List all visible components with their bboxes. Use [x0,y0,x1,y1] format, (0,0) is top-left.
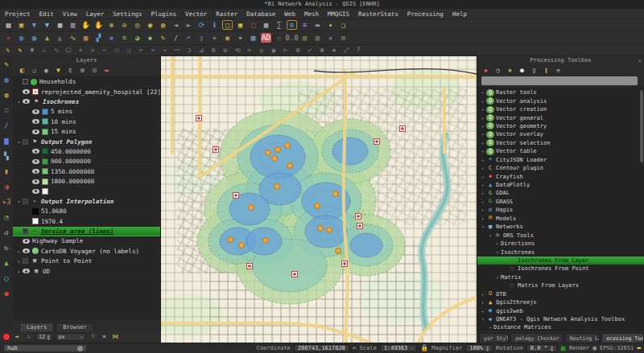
grid-green-1-icon[interactable]: ▩ [299,33,310,43]
expand-all-icon[interactable]: ⊞ [78,67,87,75]
crs-globe-icon[interactable]: ◍ [592,344,597,352]
visibility-eye-icon[interactable] [32,189,39,194]
multiedit-icon[interactable]: ⊞ [293,46,303,55]
expand-arrow-icon[interactable]: ▸ [480,191,486,195]
vertex-tool-icon[interactable]: ⌖ [76,46,85,55]
layer-row[interactable]: 5 mins [13,107,160,117]
visibility-eye-icon[interactable] [32,179,39,184]
processing-scrollbar[interactable] [640,90,643,162]
text-annotation-icon[interactable]: ✦ [325,20,336,30]
options-wrench-icon[interactable]: ⚒ [554,67,563,75]
toolbox-row[interactable]: ▸▲DataPlotly [477,181,644,189]
expand-arrow-icon[interactable]: ▸ [480,107,486,112]
redo-edit-icon[interactable]: ↷ [148,46,158,55]
add-point-icon[interactable]: ∴ [39,46,49,55]
toolbox-row[interactable]: ▸⚙Hqgis [477,206,644,214]
expand-arrow-icon[interactable]: ▸ [480,309,486,314]
zoom-to-layer-icon[interactable]: ◍ [158,20,168,30]
expand-arrow-icon[interactable]: ▾ [480,317,486,322]
layer-row[interactable]: ▾⚑Output Polygon [13,137,160,146]
expand-arrow-icon[interactable]: ▸ [15,258,23,264]
render-checkbox[interactable] [560,346,566,351]
toolbox-row[interactable]: ▸▲Qgis2threejs [477,298,644,306]
python-console-icon[interactable]: ∿ [68,33,78,43]
toggle-editing-icon[interactable]: ✎ [15,46,25,55]
scale-combo[interactable]: 1:49363▾ [380,344,418,352]
edit-features-inplace-icon[interactable]: ▯ [530,67,539,75]
zoom-last-icon[interactable]: ◄ [171,20,181,30]
toolbox-row[interactable]: ▾Isochrones [477,248,644,256]
collapse-all-icon[interactable]: ⊟ [90,67,99,75]
web-globe-icon[interactable]: ◍ [29,33,39,43]
dock-tab[interactable]: pology Checker Pa [510,333,563,343]
map-canvas[interactable] [161,56,477,343]
expand-arrow-icon[interactable]: ▸ [480,124,486,129]
rotation-stepper[interactable]: 0.0 °▲▼ [526,344,557,352]
visibility-eye-icon[interactable] [23,99,30,104]
toolbox-row[interactable]: ▸QVector overlay [477,130,644,138]
checker-tool-icon[interactable]: ▚ [2,151,11,161]
undo-icon[interactable]: ↶ [184,33,194,43]
python-run-icon[interactable]: ● [518,67,526,75]
transform-tool-icon[interactable]: ⊞ [338,33,349,43]
extents-icon[interactable]: ✍ [353,344,357,352]
plugin-builder-icon[interactable]: ▦ [80,33,91,43]
pan-map-icon[interactable]: ✋ [80,20,91,30]
color-wheel-icon[interactable]: ◑ [2,182,11,191]
add-group-icon[interactable]: ❏ [30,67,39,75]
toolbox-row[interactable]: ▸CContour plugin [477,164,644,172]
toolbox-row[interactable]: ▸●qgis2web [477,306,644,314]
open-attribute-table-icon[interactable]: ▦ [261,20,271,30]
georeferencer-icon[interactable]: ◭ [55,33,65,43]
save-project-icon[interactable]: ▼ [29,20,39,30]
quickmapservices-icon[interactable]: ◍ [16,33,27,43]
history-icon[interactable]: ◷ [493,67,502,75]
menu-mmqgis[interactable]: MMQGIS [328,10,349,18]
blank-tool-1-icon[interactable]: ▫ [274,33,284,43]
layers-overview-icon[interactable]: ≋ [119,33,130,43]
expand-arrow-icon[interactable]: ▾ [480,224,486,229]
toolbox-row[interactable]: ▸+CityJSON Loader [477,156,644,164]
layer-row[interactable]: 900.0000000 [13,157,160,166]
panel-tab-layers[interactable]: Layers [19,322,54,331]
world-tool-icon[interactable]: ◍ [2,90,11,100]
zoom-to-selection-icon[interactable]: ◉ [145,20,155,30]
teal-circle-icon[interactable]: ◯ [2,273,11,283]
toolbox-row[interactable]: ▸◆Crayfish [477,172,644,180]
vertex-editor-icon[interactable]: ⌖ [235,33,246,43]
expand-arrow-icon[interactable]: ▸ [480,216,486,221]
layer-row[interactable]: —Service area (lines) [13,227,160,236]
expand-arrow-icon[interactable]: ▸ [15,248,23,254]
add-polygon-icon[interactable]: ⬠ [64,46,73,55]
rotate-feature-icon[interactable]: ⟲ [233,46,242,55]
menu-web[interactable]: Web [284,10,295,18]
layer-row[interactable]: ▸▦OD [13,266,160,276]
check-geometries-icon[interactable]: ✓ [305,46,315,55]
toolbox-row[interactable]: ▢Matrix From Layers [477,281,644,289]
layer-row[interactable] [13,187,160,196]
expand-arrow-icon[interactable]: ▸ [480,90,486,95]
visibility-eye-icon[interactable] [23,248,30,253]
toolbox-row[interactable]: ▸OOTB [477,290,644,298]
label-options-icon[interactable]: ≡ [299,20,310,30]
snapping-toggle-icon[interactable]: ⌁ [160,46,170,55]
remove-layer-icon[interactable]: ▬ [102,67,111,75]
raster-calc-icon[interactable]: ▧ [248,33,258,43]
copy-features-icon[interactable]: ❐ [112,46,122,55]
messages-icon[interactable]: ▬ [637,344,641,352]
toolbox-row[interactable]: ▸QVector table [477,147,644,155]
layer-row[interactable]: 450.0000000 [13,147,160,157]
menu-help[interactable]: Help [452,10,467,18]
dock-tab[interactable]: ocessing Tool [601,333,644,343]
processing-options-icon[interactable]: ⚙ [287,20,297,30]
toolbox-row[interactable]: ▾▦Networks [477,223,644,231]
split-features-icon[interactable]: ⋔ [208,46,218,55]
freehand-tool-icon[interactable]: ∕ [171,33,181,43]
expand-arrow-icon[interactable]: ▾ [15,199,23,204]
expand-arrow-icon[interactable]: ▸ [480,116,486,121]
expand-arrow-icon[interactable]: ▸ [480,174,486,179]
menu-view[interactable]: View [63,10,77,18]
toolbox-row[interactable]: ▸QVector geometry [477,122,644,130]
expand-arrow-icon[interactable]: ▾ [15,99,23,105]
layer-row[interactable]: 51.0680 [13,207,160,216]
